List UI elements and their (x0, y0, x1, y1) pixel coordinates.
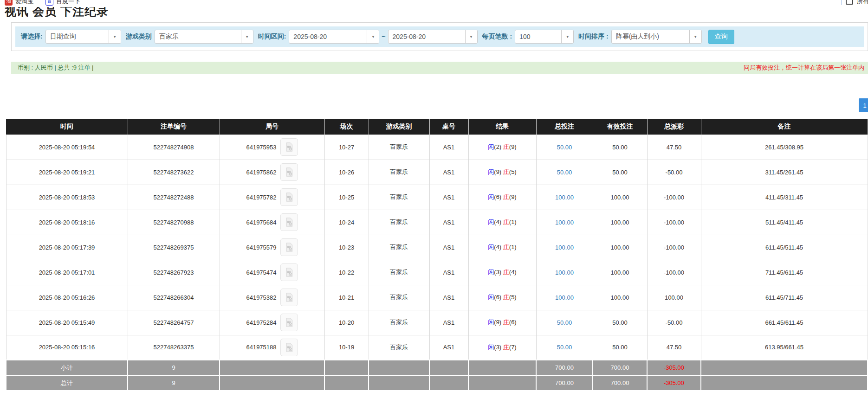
video-replay-button[interactable] (280, 238, 298, 256)
chevron-down-icon[interactable]: ▼ (561, 30, 573, 43)
result-cell: 闲(4) 庄(1) (468, 235, 536, 260)
chevron-down-icon[interactable]: ▼ (367, 30, 379, 43)
table-row: 2025-08-20 05:18:16 522748270988 6419756… (6, 210, 868, 235)
date-from-select[interactable]: 2025-08-20 ▼ (289, 30, 379, 44)
round-id: 641975284 (246, 319, 276, 326)
chevron-down-icon[interactable]: ▼ (241, 30, 253, 43)
round-id: 641975188 (246, 344, 276, 351)
pagination-page-1[interactable]: 1 (859, 98, 868, 112)
total-bet-link[interactable]: 50.00 (557, 169, 572, 176)
col-time: 时间 (6, 119, 128, 135)
filter-panel: 请选择: 日期查询 ▼ 游戏类别 百家乐 ▼ 时间区间: 2025-08-20 … (11, 22, 868, 51)
col-payout: 总派彩 (647, 119, 701, 135)
page-size-label: 每页笔数 : (482, 32, 512, 41)
col-round-id: 局号 (220, 119, 324, 135)
table-header-row: 时间 注单编号 局号 场次 游戏类别 桌号 结果 总投注 有效投注 总派彩 备注 (6, 119, 868, 135)
folder-icon (846, 0, 853, 5)
round-id: 641975684 (246, 219, 276, 226)
video-replay-button[interactable] (280, 289, 298, 306)
chevron-down-icon[interactable]: ▼ (109, 30, 121, 43)
date-to-select[interactable]: 2025-08-20 ▼ (388, 30, 478, 44)
round-id: 641975382 (246, 294, 276, 301)
col-valid-bet: 有效投注 (593, 119, 647, 135)
chevron-down-icon[interactable]: ▼ (465, 30, 477, 43)
table-row: 2025-08-20 05:15:16 522748263375 6419751… (6, 335, 868, 360)
video-replay-button[interactable] (280, 314, 298, 331)
round-id: 641975862 (246, 169, 276, 176)
total-bet-link[interactable]: 100.00 (555, 294, 574, 301)
total-bet-link[interactable]: 50.00 (557, 319, 572, 326)
taobao-icon: 淘 (5, 0, 13, 6)
round-id: 641975474 (246, 269, 276, 276)
col-game-type: 游戏类别 (369, 119, 429, 135)
subtotal-row: 小计 9 700.00 700.00 -305.00 (6, 360, 868, 375)
bookmark-label: 百度一下 (56, 0, 80, 6)
notice-text: 同局有效投注，统一计算在该局第一张注单内 (744, 64, 864, 72)
video-replay-button[interactable] (280, 163, 298, 181)
game-type-select[interactable]: 百家乐 ▼ (155, 30, 253, 44)
bookmark-baidu[interactable]: 百 百度一下 (45, 0, 80, 6)
chevron-down-icon[interactable]: ▼ (689, 30, 701, 43)
col-table-no: 桌号 (429, 119, 468, 135)
page-title: 视讯 会员 下注纪录 (5, 7, 246, 19)
page-title-wrap: 视讯 会员 下注纪录 (5, 7, 246, 19)
col-session: 场次 (324, 119, 369, 135)
date-range-label: 时间区间: (258, 32, 286, 41)
round-id: 641975953 (246, 144, 276, 151)
bet-records-table: 时间 注单编号 局号 场次 游戏类别 桌号 结果 总投注 有效投注 总派彩 备注… (6, 119, 868, 391)
all-bookmarks-label[interactable]: 所有 (857, 0, 868, 6)
total-bet-link[interactable]: 100.00 (555, 244, 574, 251)
query-type-select[interactable]: 日期查询 ▼ (45, 30, 121, 44)
video-replay-button[interactable] (280, 263, 298, 281)
round-id: 641975782 (246, 194, 276, 201)
table-row: 2025-08-20 05:15:49 522748264757 6419752… (6, 310, 868, 335)
video-replay-button[interactable] (280, 339, 298, 356)
col-total-bet: 总投注 (536, 119, 593, 135)
result-cell: 闲(9) 庄(5) (468, 160, 536, 185)
result-cell: 闲(3) 庄(7) (468, 335, 536, 360)
summary-bar: 币别 : 人民币 | 总共 :9 注单 | 同局有效投注，统一计算在该局第一张注… (11, 62, 868, 74)
bookmark-label: 爱淘宝 (15, 0, 33, 6)
result-cell: 闲(6) 庄(5) (468, 285, 536, 310)
video-replay-button[interactable] (280, 188, 298, 206)
col-remark: 备注 (701, 119, 868, 135)
total-bet-link[interactable]: 100.00 (555, 219, 574, 226)
total-bet-link[interactable]: 50.00 (557, 344, 572, 351)
time-sort-select[interactable]: 降幂(由大到小) ▼ (611, 30, 702, 44)
currency-total-text: 币别 : 人民币 | 总共 :9 注单 | (18, 64, 94, 72)
video-replay-button[interactable] (280, 138, 298, 156)
baidu-icon: 百 (45, 0, 53, 6)
table-row: 2025-08-20 05:17:39 522748269375 6419755… (6, 235, 868, 260)
video-replay-button[interactable] (280, 213, 298, 231)
total-row: 总计 9 700.00 700.00 -305.00 (6, 375, 868, 391)
total-bet-link[interactable]: 50.00 (557, 144, 572, 151)
col-result: 结果 (468, 119, 536, 135)
table-row: 2025-08-20 05:16:26 522748266304 6419753… (6, 285, 868, 310)
page-size-select[interactable]: 100 ▼ (515, 30, 574, 44)
result-cell: 闲(3) 庄(4) (468, 260, 536, 285)
filter-bar: 请选择: 日期查询 ▼ 游戏类别 百家乐 ▼ 时间区间: 2025-08-20 … (15, 26, 864, 47)
total-bet-link[interactable]: 100.00 (555, 194, 574, 201)
query-button[interactable]: 查询 (708, 30, 734, 44)
select-type-label: 请选择: (21, 32, 43, 41)
table-row: 2025-08-20 05:18:53 522748272488 6419757… (6, 185, 868, 210)
result-cell: 闲(4) 庄(1) (468, 210, 536, 235)
table-row: 2025-08-20 05:19:21 522748273622 6419758… (6, 160, 868, 185)
result-cell: 闲(6) 庄(9) (468, 185, 536, 210)
game-type-label: 游戏类别 (126, 32, 152, 41)
round-id: 641975579 (246, 244, 276, 251)
range-separator: ~ (382, 33, 385, 40)
time-sort-label: 时间排序 : (578, 32, 609, 41)
bookmarks-bar: 淘 爱淘宝 百 百度一下 所有 (0, 0, 868, 6)
result-cell: 闲(9) 庄(6) (468, 310, 536, 335)
table-row: 2025-08-20 05:19:54 522748274908 6419759… (6, 135, 868, 160)
result-cell: 闲(2) 庄(9) (468, 135, 536, 160)
col-bet-id: 注单编号 (128, 119, 220, 135)
total-bet-link[interactable]: 100.00 (555, 269, 574, 276)
table-row: 2025-08-20 05:17:01 522748267923 6419754… (6, 260, 868, 285)
bookmark-aitaobao[interactable]: 淘 爱淘宝 (5, 0, 33, 6)
bookmarks-divider (841, 0, 842, 5)
